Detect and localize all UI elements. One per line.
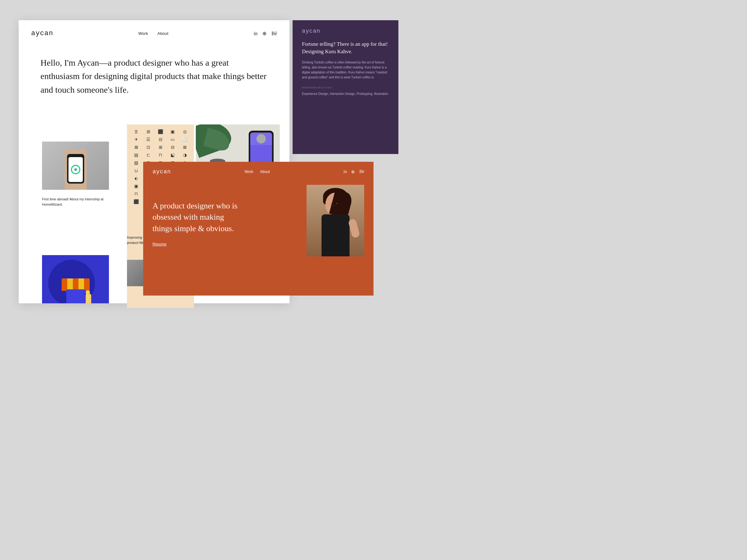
icon-grid-item: ⊟ [156,137,165,142]
icon-grid-item: ▤ [131,153,141,158]
orange-behance-icon[interactable]: Bē [359,169,364,175]
hero-text: Hello, I'm Aycan—a product designer who … [41,56,268,97]
icon-grid-item: ◎ [180,129,189,134]
icon-grid-item: ⬛ [156,129,165,134]
orange-logo: aycan [153,169,171,175]
nav-about-link[interactable]: About [157,31,169,36]
icon-grid-item: ⊟ [168,145,177,150]
orange-hero-text: A product designer who is obsessed with … [153,201,240,234]
icon-grid-item: ⊓ [156,153,165,158]
icon-grid-item: ⊠ [131,145,141,150]
orange-nav: aycan Work About in ⊕ Bē [143,162,374,182]
purple-card-responsibilities-label: RESPONSIBILITIES [292,80,398,91]
icon-grid-item: ⊞ [144,129,153,134]
icon-grid-item: ⊓ [131,191,141,196]
icon-grid-item: ⬖ [131,176,141,181]
orange-nav-social: in ⊕ Bē [344,169,364,175]
icon-grid-item: ⊞ [156,145,165,150]
purple-card-responsibilities: Experience Design, Interaction Design, P… [292,91,398,96]
orange-globe-icon[interactable]: ⊕ [351,169,355,175]
orange-nav-about[interactable]: About [260,169,269,174]
icon-grid-item: ▣ [131,184,141,189]
globe-icon[interactable]: ⊕ [262,30,266,36]
orange-nav-work[interactable]: Work [244,169,253,174]
orange-content: A product designer who is obsessed with … [143,182,374,260]
icon-grid-item: ▨ [131,160,141,165]
icon-grid-item: ✈ [131,137,141,142]
icon-grid-item: ⬕ [168,153,177,158]
project-1-image [42,141,109,190]
behance-icon[interactable]: Bē [272,31,277,36]
purple-card-body: Drinking Turkish coffee is often followe… [292,60,398,80]
orange-nav-links: Work About [244,169,270,174]
orange-person-photo [307,185,364,256]
shop-card [42,255,109,303]
purple-card-title: Fortune telling? There is an app for tha… [292,39,398,60]
purple-card-logo: aycan [292,20,398,39]
icon-grid-item: ⬜ [180,137,189,142]
hero-section: Hello, I'm Aycan—a product designer who … [19,47,289,109]
icon-grid-item: ☰ [144,137,153,142]
icon-grid-item: ▣ [168,129,177,134]
linkedin-icon[interactable]: in [254,31,257,36]
orange-resume-link[interactable]: Resume [153,242,297,246]
icon-grid-item: ⊏ [144,153,153,158]
icon-grid-item: ◑ [180,153,189,158]
icon-grid-item: ⊡ [144,145,153,150]
orange-portfolio-card: aycan Work About in ⊕ Bē A product desig… [143,162,374,296]
nav-social-icons: in ⊕ Bē [254,30,277,36]
main-nav: aycan Work About in ⊕ Bē [19,20,289,47]
project-1-area: First time abroad! About my internship a… [42,141,109,208]
orange-hero-area: A product designer who is obsessed with … [153,185,297,256]
icon-grid-item: ⬛ [131,199,141,205]
nav-work-link[interactable]: Work [138,31,148,36]
purple-detail-card: aycan Fortune telling? There is an app f… [292,20,398,154]
icon-grid-item: ⧖ [131,129,141,134]
project-1-label: First time abroad! About my internship a… [42,193,109,208]
orange-linkedin-icon[interactable]: in [344,169,347,175]
nav-links: Work About [138,31,169,36]
icon-grid-item: ⊠ [180,145,189,150]
person-photo-background [307,185,364,256]
icon-grid-item: ▭ [168,137,177,142]
icon-grid-item: ⊔ [131,168,141,173]
main-logo: aycan [31,30,53,37]
